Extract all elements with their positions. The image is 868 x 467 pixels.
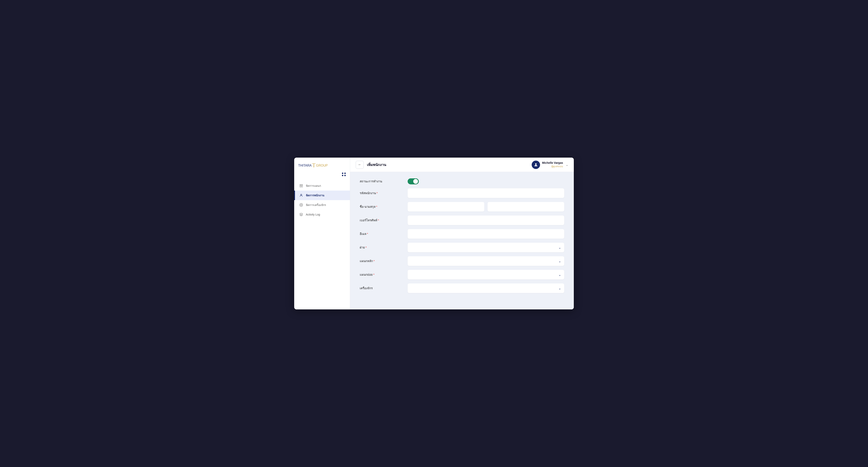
toggle-knob (413, 179, 418, 184)
phone-input[interactable] (408, 216, 564, 225)
main-plan-select-wrapper: ⌄ (408, 256, 564, 266)
employee-id-label: รหัสพนักงาน* (360, 191, 404, 195)
main-plan-row: แผนกหลัก* ⌄ (360, 256, 564, 266)
machine-row: เครื่องจักร ⌄ (360, 283, 564, 293)
avatar (532, 161, 540, 169)
main-plan-label: แผนกหลัก* (360, 259, 404, 263)
layers-icon (299, 212, 303, 217)
status-toggle-wrapper (408, 178, 419, 184)
user-name: Michelle Vargas (542, 161, 563, 164)
chevron-down-icon: ⌄ (566, 163, 568, 166)
svg-rect-2 (300, 186, 301, 187)
first-name-input[interactable] (408, 202, 484, 212)
sidebar-item-manage-employee[interactable]: จัดการพนักงาน (294, 191, 350, 200)
sidebar-item-label-manage-device: จัดการเครื่องจักร (306, 203, 326, 207)
machine-select-wrapper: ⌄ (408, 283, 564, 293)
page-title: เพิ่มพนักงาน (367, 162, 386, 167)
back-button[interactable]: ← (356, 161, 364, 169)
user-role: ผู้ดูแลระบบ (542, 164, 563, 168)
logo: THITARA 𝕋 GROUP (294, 158, 350, 172)
dot (342, 173, 343, 174)
dot (344, 173, 346, 174)
required-star: * (373, 259, 375, 263)
last-name-input[interactable] (488, 202, 564, 212)
machine-label: เครื่องจักร (360, 286, 404, 291)
svg-rect-0 (300, 184, 301, 185)
sidebar-item-label-activity-log: Activity Log (306, 213, 320, 216)
name-label: ชื่อ-นามสกุล* (360, 204, 404, 209)
sidebar-dots (294, 172, 350, 179)
svg-point-7 (535, 163, 536, 164)
email-input[interactable] (408, 229, 564, 239)
required-star: * (376, 191, 378, 195)
email-row: อีเมล* (360, 229, 564, 239)
status-label: สถานะการทำงาน (360, 179, 404, 184)
svg-point-5 (301, 205, 302, 206)
required-star: * (367, 232, 368, 236)
required-star: * (366, 246, 367, 249)
svg-point-4 (301, 194, 302, 195)
svg-marker-6 (300, 213, 303, 215)
sidebar-item-manage-plan[interactable]: จัดการแผนก (294, 181, 350, 191)
sub-plan-select[interactable] (408, 270, 564, 279)
sidebar-item-manage-device[interactable]: จัดการเครื่องจักร (294, 200, 350, 210)
header: ← เพิ่มพนักงาน Michelle Vargas ผู้ดูแลระ… (350, 158, 574, 172)
dot (344, 175, 346, 176)
sub-plan-label: แผนกย่อย* (360, 272, 404, 277)
machine-select[interactable] (408, 283, 564, 293)
sidebar-item-label-manage-employee: จัดการพนักงาน (306, 193, 324, 197)
user-menu[interactable]: Michelle Vargas ผู้ดูแลระบบ ⌄ (532, 161, 568, 169)
main-plan-select[interactable] (408, 256, 564, 266)
required-star: * (373, 273, 374, 276)
user-info: Michelle Vargas ผู้ดูแลระบบ (542, 161, 563, 168)
logo-thitara: THITARA (298, 164, 312, 167)
required-star: * (378, 219, 379, 222)
email-label: อีเมล* (360, 231, 404, 236)
main-area: ← เพิ่มพนักงาน Michelle Vargas ผู้ดูแลระ… (350, 158, 574, 309)
status-row: สถานะการทำงาน (360, 178, 564, 184)
sub-plan-select-wrapper: ⌄ (408, 270, 564, 279)
sidebar-nav: จัดการแผนก จัดการพนักงาน จัดการเครื่องจั… (294, 179, 350, 309)
phone-row: เบอร์โทรศัพท์* (360, 216, 564, 225)
dot (342, 175, 343, 176)
form-area: สถานะการทำงาน รหัสพนักงาน* ชื่อ-นามสกุล* (350, 172, 574, 309)
name-row: ชื่อ-นามสกุล* (360, 202, 564, 212)
svg-rect-1 (302, 184, 303, 185)
department-label: ฝ่าย* (360, 245, 404, 250)
department-select[interactable] (408, 243, 564, 252)
phone-label: เบอร์โทรศัพท์* (360, 218, 404, 223)
employee-id-input[interactable] (408, 188, 564, 198)
svg-rect-3 (302, 186, 303, 187)
name-fields (408, 202, 564, 212)
employee-id-row: รหัสพนักงาน* (360, 188, 564, 198)
sidebar: THITARA 𝕋 GROUP จัดการแผนก (294, 158, 350, 309)
department-row: ฝ่าย* ⌄ (360, 243, 564, 252)
sidebar-item-activity-log[interactable]: Activity Log (294, 210, 350, 219)
logo-icon: 𝕋 (312, 162, 316, 168)
status-toggle[interactable] (408, 178, 419, 184)
sidebar-item-label-manage-plan: จัดการแผนก (306, 184, 321, 188)
department-select-wrapper: ⌄ (408, 243, 564, 252)
grid-icon (299, 184, 303, 188)
header-left: ← เพิ่มพนักงาน (356, 161, 386, 169)
gear-icon (299, 203, 303, 207)
person-icon (299, 193, 303, 197)
required-star: * (376, 205, 377, 208)
sub-plan-row: แผนกย่อย* ⌄ (360, 270, 564, 279)
logo-group: GROUP (316, 164, 328, 167)
